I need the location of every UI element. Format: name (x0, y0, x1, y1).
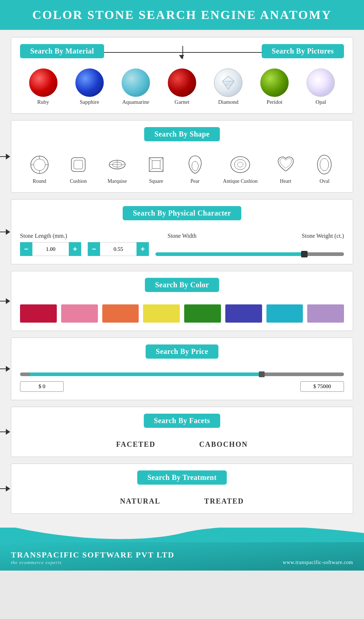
color-swatch-1[interactable] (61, 304, 98, 323)
shape-round[interactable]: Round (28, 154, 50, 184)
color-swatch-3[interactable] (143, 304, 180, 323)
treated-option[interactable]: TREATED (204, 497, 244, 505)
pear-icon (184, 154, 206, 176)
svg-point-24 (237, 162, 243, 167)
shape-pear[interactable]: Pear (184, 154, 206, 184)
badge-treatment[interactable]: Search By Treatment (137, 470, 227, 485)
gem-peridot[interactable]: Peridot (260, 68, 289, 105)
svg-line-18 (160, 158, 163, 161)
svg-line-20 (149, 169, 152, 171)
sapphire-icon (75, 68, 104, 97)
badge-physical[interactable]: Search By Physical Character (123, 206, 241, 220)
badge-shape[interactable]: Search By Shape (144, 127, 220, 141)
badge-color[interactable]: Search By Color (145, 278, 219, 292)
price-slider-wrap (20, 371, 344, 378)
sapphire-label: Sapphire (80, 99, 99, 105)
facets-options: FACETED CABOCHON (20, 440, 344, 449)
gem-sapphire[interactable]: Sapphire (75, 68, 104, 105)
antique-cushion-label: Antique Cushion (223, 178, 258, 184)
pear-label: Pear (190, 178, 199, 184)
length-input[interactable] (32, 242, 69, 256)
footer: TransPacific Software Pvt Ltd the ecomme… (0, 542, 364, 571)
badge-price[interactable]: Search By Price (146, 344, 218, 359)
cushion-icon (67, 154, 89, 176)
footer-company: TransPacific Software Pvt Ltd (11, 550, 174, 560)
price-min-input[interactable] (20, 381, 64, 392)
weight-slider[interactable] (155, 252, 344, 256)
facets-section: Search By Facets FACETED CABOCHON (11, 407, 353, 457)
oval-icon (313, 154, 335, 176)
marquise-icon (106, 154, 128, 176)
footer-url: www.transpacific-software.com (283, 560, 353, 565)
shape-marquise[interactable]: Marquise (106, 154, 128, 184)
opal-label: Opal (316, 99, 326, 105)
colors-row (20, 304, 344, 323)
width-minus-button[interactable]: − (88, 242, 100, 256)
treatment-options: NATURAL TREATED (20, 497, 344, 505)
length-plus-button[interactable]: + (69, 242, 81, 256)
shape-heart[interactable]: Heart (275, 154, 297, 184)
color-swatch-4[interactable] (184, 304, 221, 323)
physical-arrow (0, 232, 10, 232)
badge-pictures[interactable]: Search By Pictures (262, 44, 344, 58)
svg-point-4 (33, 159, 45, 170)
svg-point-22 (231, 157, 250, 173)
facets-arrow (0, 431, 10, 432)
color-swatch-7[interactable] (307, 304, 344, 323)
gem-garnet[interactable]: Garnet (168, 68, 196, 105)
shape-oval[interactable]: Oval (313, 154, 335, 184)
svg-point-25 (317, 155, 331, 174)
svg-point-21 (192, 161, 198, 171)
color-swatch-5[interactable] (225, 304, 262, 323)
footer-tagline: the ecommerce experts (11, 560, 174, 565)
shape-arrow (0, 156, 10, 157)
gem-ruby[interactable]: Ruby (29, 68, 58, 105)
ruby-label: Ruby (37, 99, 49, 105)
peridot-icon (260, 68, 289, 97)
gems-row: Ruby Sapphire Aquamarine Garnet (20, 68, 344, 105)
badge-facets[interactable]: Search By Facets (144, 414, 220, 428)
treatment-arrow (0, 488, 10, 489)
price-inputs-row (20, 381, 344, 392)
length-stepper: − + (20, 242, 81, 256)
length-minus-button[interactable]: − (20, 242, 32, 256)
cabochon-option[interactable]: CABOCHON (199, 440, 248, 449)
faceted-option[interactable]: FACETED (116, 440, 155, 449)
price-slider[interactable] (20, 372, 344, 376)
main-header: COLOR STONE SEARCH ENGINE ANATOMY (0, 0, 364, 30)
width-stepper: − + (88, 242, 149, 256)
color-swatch-0[interactable] (20, 304, 57, 323)
price-max-input[interactable] (300, 381, 344, 392)
shape-antique-cushion[interactable]: Antique Cushion (223, 154, 258, 184)
svg-point-23 (234, 159, 246, 170)
round-label: Round (33, 178, 46, 184)
treatment-section: Search By Treatment NATURAL TREATED (11, 464, 353, 514)
footer-logo-area: TransPacific Software Pvt Ltd the ecomme… (11, 550, 174, 565)
weight-slider-group (155, 242, 344, 256)
price-section: Search By Price (11, 338, 353, 400)
aquamarine-label: Aquamarine (122, 99, 149, 105)
opal-icon (306, 68, 335, 97)
natural-option[interactable]: NATURAL (120, 497, 161, 505)
width-plus-button[interactable]: + (136, 242, 149, 256)
gem-aquamarine[interactable]: Aquamarine (122, 68, 150, 105)
gem-opal[interactable]: Opal (306, 68, 335, 105)
diamond-icon (214, 68, 242, 97)
square-label: Square (149, 178, 163, 184)
color-swatch-6[interactable] (266, 304, 303, 323)
svg-line-19 (160, 169, 163, 171)
shape-cushion[interactable]: Cushion (67, 154, 89, 184)
garnet-label: Garnet (175, 99, 190, 105)
peridot-label: Peridot (267, 99, 282, 105)
color-swatch-2[interactable] (102, 304, 139, 323)
color-arrow (0, 301, 10, 301)
shapes-row: Round Cushion (20, 154, 344, 184)
svg-marker-1 (222, 76, 234, 81)
gem-diamond[interactable]: Diamond (214, 68, 242, 105)
heart-icon (275, 154, 297, 176)
svg-line-17 (149, 158, 152, 161)
width-input[interactable] (100, 242, 136, 256)
badge-material[interactable]: Search By Material (20, 44, 104, 58)
physical-section: Search By Physical Character Stone Lengt… (11, 199, 353, 264)
shape-square[interactable]: Square (145, 154, 167, 184)
